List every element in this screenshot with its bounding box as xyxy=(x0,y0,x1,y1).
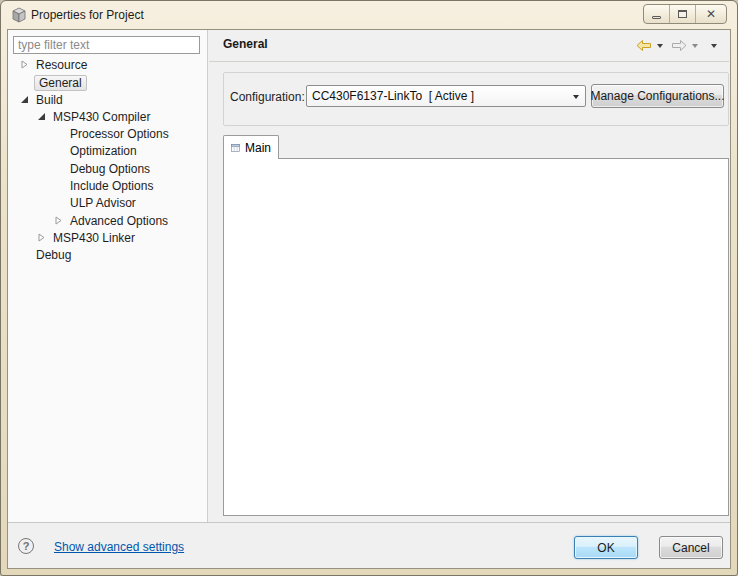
sidebar-item-msp430-compiler[interactable]: MSP430 Compiler xyxy=(8,108,152,125)
titlebar[interactable]: Properties for Project ✕ xyxy=(1,1,737,29)
sidebar-item-msp430-linker[interactable]: MSP430 Linker xyxy=(8,229,137,246)
main-tab-panel xyxy=(223,158,729,516)
sidebar-item-debug-options[interactable]: Debug Options xyxy=(8,160,152,177)
sidebar-item-label: MSP430 Compiler xyxy=(51,110,152,124)
sidebar-item-label: Advanced Options xyxy=(68,214,170,228)
window-controls: ✕ xyxy=(643,4,727,24)
expanded-arrow-icon[interactable] xyxy=(20,95,34,104)
manage-configurations-button[interactable]: Manage Configurations... xyxy=(591,84,724,108)
sidebar-item-label: Resource xyxy=(34,58,89,72)
header-divider xyxy=(209,61,729,62)
sidebar-item-include-options[interactable]: Include Options xyxy=(8,177,155,194)
collapsed-arrow-icon[interactable] xyxy=(54,216,68,225)
sidebar-item-general[interactable]: General xyxy=(8,74,87,91)
help-icon[interactable]: ? xyxy=(18,538,34,554)
view-menu-caret-icon[interactable] xyxy=(711,44,717,48)
ok-button[interactable]: OK xyxy=(574,536,638,559)
dropdown-arrow-icon xyxy=(573,95,579,99)
sidebar-item-resource[interactable]: Resource xyxy=(8,56,89,73)
sidebar-item-label: Debug xyxy=(34,248,73,262)
tab-main[interactable]: Main xyxy=(223,135,279,159)
sidebar-item-optimization[interactable]: Optimization xyxy=(8,142,139,159)
sidebar-item-build[interactable]: Build xyxy=(8,91,65,108)
cancel-button[interactable]: Cancel xyxy=(659,536,723,559)
maximize-button[interactable] xyxy=(670,5,696,23)
window-title: Properties for Project xyxy=(31,8,144,22)
sidebar-item-label: Processor Options xyxy=(68,127,171,141)
configuration-value: CC430F6137-LinkTo [ Active ] xyxy=(312,89,474,103)
sidebar-item-ulp-advisor[interactable]: ULP Advisor xyxy=(8,194,138,211)
sidebar-item-label: Debug Options xyxy=(68,162,152,176)
forward-history-caret-icon[interactable] xyxy=(692,44,698,48)
expanded-arrow-icon[interactable] xyxy=(37,112,51,121)
sidebar-item-label: General xyxy=(34,75,87,91)
properties-dialog: Properties for Project ✕ Resource Genera… xyxy=(0,0,738,576)
sidebar-item-label: Include Options xyxy=(68,179,155,193)
sidebar-item-advanced-options[interactable]: Advanced Options xyxy=(8,212,170,229)
close-button[interactable]: ✕ xyxy=(696,5,726,23)
maximize-icon xyxy=(678,10,687,18)
collapsed-arrow-icon[interactable] xyxy=(20,60,34,69)
footer-divider xyxy=(8,522,730,523)
sidebar: Resource General Build MSP430 Compiler P… xyxy=(8,30,207,522)
configuration-label: Configuration: xyxy=(230,90,305,104)
minimize-icon xyxy=(652,16,661,19)
sidebar-item-label: MSP430 Linker xyxy=(51,231,137,245)
back-history-caret-icon[interactable] xyxy=(657,44,663,48)
close-icon: ✕ xyxy=(706,7,716,21)
sidebar-item-label: Build xyxy=(34,93,65,107)
show-advanced-settings-link[interactable]: Show advanced settings xyxy=(54,540,184,554)
dialog-client-area: Resource General Build MSP430 Compiler P… xyxy=(7,29,731,569)
app-icon xyxy=(11,7,27,23)
sidebar-item-debug[interactable]: Debug xyxy=(8,246,73,263)
configuration-combobox[interactable]: CC430F6137-LinkTo [ Active ] xyxy=(306,85,586,107)
minimize-button[interactable] xyxy=(644,5,670,23)
tab-label: Main xyxy=(245,141,271,155)
collapsed-arrow-icon[interactable] xyxy=(37,233,51,242)
page-title: General xyxy=(223,37,268,51)
sidebar-item-label: ULP Advisor xyxy=(68,196,138,210)
sidebar-item-label: Optimization xyxy=(68,144,139,158)
forward-arrow-icon[interactable] xyxy=(671,39,687,52)
table-icon xyxy=(231,142,240,154)
filter-input[interactable] xyxy=(13,36,200,54)
sidebar-item-processor-options[interactable]: Processor Options xyxy=(8,125,171,142)
back-arrow-icon[interactable] xyxy=(636,39,652,52)
